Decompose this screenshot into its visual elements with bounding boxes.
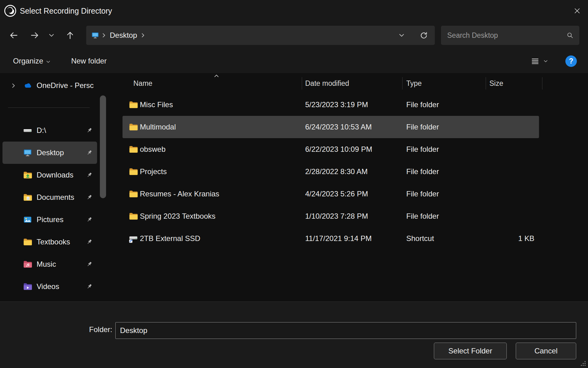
pin-icon[interactable] (86, 216, 93, 223)
folder-icon (129, 122, 138, 132)
refresh-button[interactable] (420, 31, 428, 40)
pin-icon[interactable] (86, 239, 93, 245)
sidebar-item-label: OneDrive - Persc (37, 81, 94, 90)
address-dropdown-chevron[interactable] (399, 32, 405, 38)
breadcrumb-desktop[interactable]: Desktop (109, 31, 138, 40)
address-bar[interactable]: Desktop (86, 26, 435, 45)
help-button[interactable]: ? (565, 55, 577, 67)
view-mode-button[interactable] (531, 57, 540, 66)
sidebar-item-onedrive[interactable]: OneDrive - Persc (2, 74, 97, 97)
sidebar-item-label: D:\ (37, 126, 46, 135)
file-row-spring-2023-textbooks[interactable]: Spring 2023 Textbooks 1/10/2023 7:28 PM … (122, 205, 539, 227)
pin-icon[interactable] (86, 149, 93, 156)
file-row-multimodal[interactable]: Multimodal 6/24/2023 10:53 AM File folde… (122, 116, 539, 138)
file-type: File folder (406, 190, 439, 198)
file-name: Projects (140, 167, 167, 176)
column-divider[interactable] (486, 77, 486, 90)
pictures-icon (23, 215, 32, 224)
sidebar-item-label: Desktop (37, 148, 64, 157)
chevron-right-icon[interactable] (140, 33, 146, 38)
folder-icon (129, 145, 138, 154)
desktop-icon (23, 148, 32, 157)
pin-icon[interactable] (86, 194, 93, 201)
resize-grip[interactable] (580, 361, 586, 367)
recent-locations-button[interactable] (46, 27, 57, 44)
folder-icon (129, 100, 138, 109)
sidebar-item-desktop[interactable]: Desktop (2, 142, 97, 164)
downloads-folder-icon (23, 170, 32, 180)
sidebar-item-pictures[interactable]: Pictures (2, 208, 97, 231)
documents-folder-icon (23, 193, 32, 202)
obs-logo-icon (4, 4, 17, 17)
search-box[interactable] (441, 26, 579, 45)
sidebar-item-music[interactable]: Music (2, 253, 97, 275)
pin-icon[interactable] (86, 172, 93, 178)
sidebar-scrollbar[interactable] (100, 95, 106, 198)
folder-name-input[interactable] (115, 322, 576, 339)
pin-icon[interactable] (86, 261, 93, 268)
file-row-resumes[interactable]: Resumes - Alex Kranias 4/24/2023 5:26 PM… (122, 183, 539, 205)
new-folder-label: New folder (71, 57, 107, 65)
up-button[interactable] (61, 27, 79, 44)
sidebar-item-label: Textbooks (37, 238, 70, 246)
file-name: obsweb (140, 145, 166, 154)
column-divider[interactable] (302, 77, 302, 90)
sidebar-item-downloads[interactable]: Downloads (2, 164, 97, 186)
organize-button[interactable]: Organize (13, 57, 51, 65)
view-options-chevron[interactable] (543, 59, 548, 64)
new-folder-button[interactable]: New folder (71, 57, 107, 65)
pin-icon[interactable] (86, 127, 93, 134)
column-divider[interactable] (542, 77, 542, 90)
pin-icon[interactable] (86, 283, 93, 290)
file-row-2tb-external-ssd[interactable]: 2TB External SSD 11/17/2021 9:14 PM Shor… (122, 227, 539, 250)
file-type: File folder (406, 145, 439, 154)
file-type: File folder (406, 123, 439, 131)
file-name: Spring 2023 Textbooks (140, 212, 216, 221)
column-header-type[interactable]: Type (406, 79, 422, 88)
file-row-misc-files[interactable]: Misc Files 5/23/2023 3:19 PM File folder (122, 94, 539, 116)
column-divider[interactable] (402, 77, 403, 90)
select-recording-directory-dialog: Select Recording Directory Desktop Organ… (0, 0, 588, 368)
back-button[interactable] (5, 27, 22, 44)
sidebar-item-label: Downloads (37, 171, 74, 179)
music-folder-icon (23, 260, 32, 269)
navigation-pane: OneDrive - Persc D:\ Desktop Downloads (0, 73, 111, 301)
refresh-icon (420, 31, 428, 40)
organize-label: Organize (13, 57, 43, 65)
titlebar: Select Recording Directory (0, 0, 588, 22)
forward-button[interactable] (26, 27, 43, 44)
column-header-size[interactable]: Size (489, 79, 503, 88)
close-button[interactable] (566, 0, 588, 22)
column-header-name[interactable]: Name (133, 79, 152, 88)
expand-chevron-icon[interactable] (11, 83, 23, 89)
sidebar-item-label: Music (37, 260, 56, 269)
file-list: Name Date modified Type Size Misc Files … (111, 73, 588, 301)
column-header-date-modified[interactable]: Date modified (305, 79, 349, 88)
file-row-obsweb[interactable]: obsweb 6/22/2023 10:09 PM File folder (122, 138, 539, 160)
file-date-modified: 6/24/2023 10:53 AM (305, 123, 372, 131)
folder-label: Folder: (78, 325, 112, 334)
sidebar-item-textbooks[interactable]: Textbooks (2, 231, 97, 253)
search-icon[interactable] (566, 32, 574, 39)
details-view-icon (531, 57, 540, 66)
folder-icon (129, 167, 138, 176)
navigation-bar: Desktop (0, 22, 588, 49)
sidebar-item-videos[interactable]: Videos (2, 275, 97, 298)
sidebar-item-documents[interactable]: Documents (2, 186, 97, 208)
file-date-modified: 4/24/2023 5:26 PM (305, 190, 368, 198)
search-input[interactable] (447, 31, 566, 40)
chevron-down-icon (46, 59, 51, 64)
window-title: Select Recording Directory (20, 7, 112, 15)
sidebar-item-d-drive[interactable]: D:\ (2, 119, 97, 142)
file-date-modified: 5/23/2023 3:19 PM (305, 100, 368, 109)
select-folder-button[interactable]: Select Folder (434, 343, 507, 359)
file-name: Resumes - Alex Kranias (140, 190, 219, 198)
file-type: File folder (406, 212, 439, 221)
file-type: File folder (406, 167, 439, 176)
file-type: File folder (406, 100, 439, 109)
file-name: Multimodal (140, 123, 176, 131)
file-row-projects[interactable]: Projects 2/28/2022 8:30 AM File folder (122, 160, 539, 183)
videos-folder-icon (23, 282, 32, 291)
file-name: 2TB External SSD (140, 234, 200, 243)
cancel-button[interactable]: Cancel (516, 343, 576, 359)
